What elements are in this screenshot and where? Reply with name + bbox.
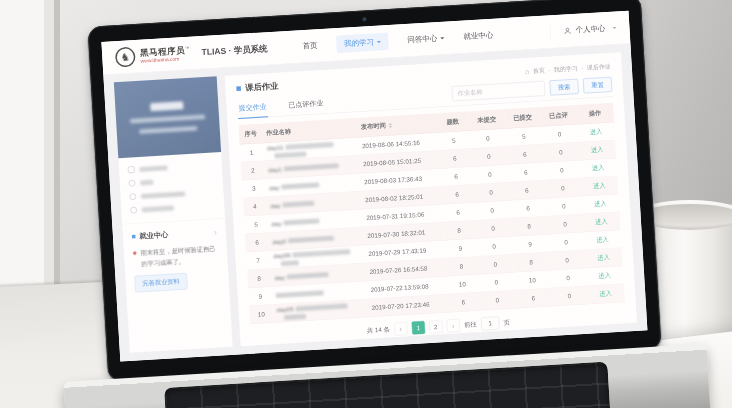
tab-已点评作业[interactable]: 已点评作业 xyxy=(287,93,325,116)
cell-action: 进入 xyxy=(580,176,618,196)
cell-not-submitted: 0 xyxy=(474,200,511,220)
cell-index: 1 xyxy=(240,143,264,162)
column-label: 未提交 xyxy=(477,116,496,124)
brand-block: 黑马程序员™ www.itheima.com xyxy=(140,45,190,63)
name-prefix: day xyxy=(274,273,284,281)
profile-name-blurred xyxy=(150,101,183,111)
photo-scene: ♞ 黑马程序员™ www.itheima.com TLIAS · 学员系统 首页… xyxy=(0,0,732,408)
cell-not-submitted: 0 xyxy=(471,164,508,184)
cell-reviewed: 0 xyxy=(541,124,578,144)
nav-item-首页[interactable]: 首页 xyxy=(302,41,318,51)
search-button[interactable]: 搜索 xyxy=(549,79,578,96)
column-header-7: 已点评 xyxy=(540,105,577,126)
nav-item-我的学习[interactable]: 我的学习 xyxy=(336,33,389,54)
cell-question-count: 6 xyxy=(442,202,475,222)
cell-question-count: 6 xyxy=(438,149,471,169)
user-menu[interactable]: 个人中心 xyxy=(550,21,617,39)
goto-page-input[interactable] xyxy=(481,316,500,330)
cell-submitted: 5 xyxy=(505,126,542,146)
column-label: 发布时间 xyxy=(361,122,386,130)
school-icon xyxy=(128,166,135,173)
table-body: 1day112019-08-06 14:55:165050进入2day12019… xyxy=(240,122,625,324)
web-app: ♞ 黑马程序员™ www.itheima.com TLIAS · 学员系统 首页… xyxy=(101,11,647,362)
page-button-1[interactable]: 1 xyxy=(411,321,425,335)
nav-item-问答中心[interactable]: 问答中心 xyxy=(407,33,444,45)
cell-action: 进入 xyxy=(578,140,616,160)
cell-reviewed: 0 xyxy=(543,160,580,180)
cell-index: 3 xyxy=(242,179,266,198)
reset-button[interactable]: 重置 xyxy=(583,77,612,94)
cell-index: 4 xyxy=(243,197,267,216)
breadcrumb-item[interactable]: 我的学习 xyxy=(554,64,578,74)
enter-link[interactable]: 进入 xyxy=(597,254,610,262)
column-header-8: 操作 xyxy=(576,103,614,124)
cell-action: 进入 xyxy=(579,158,617,178)
cell-submitted: 6 xyxy=(508,180,545,200)
blurred-text xyxy=(287,272,329,279)
enter-link[interactable]: 进入 xyxy=(593,182,606,190)
employment-header[interactable]: 就业中心 › xyxy=(132,227,217,242)
nav-item-label: 问答中心 xyxy=(407,34,438,45)
sort-desc-icon xyxy=(388,126,392,130)
cell-submitted: 8 xyxy=(511,216,548,236)
enter-link[interactable]: 进入 xyxy=(596,236,609,244)
cell-not-submitted: 0 xyxy=(477,254,514,274)
user-menu-label: 个人中心 xyxy=(575,24,606,35)
next-page-button[interactable]: › xyxy=(446,319,460,333)
cell-index: 7 xyxy=(246,251,270,270)
cell-action: 进入 xyxy=(587,284,625,304)
content-area: 就业中心 › 期末将至，是时候验证自己的学习成果了。 完善就业资料 xyxy=(103,44,647,362)
cell-reviewed: 0 xyxy=(547,214,584,234)
enter-link[interactable]: 进入 xyxy=(599,290,612,298)
column-label: 操作 xyxy=(589,109,602,117)
breadcrumb-item[interactable]: 课后作业 xyxy=(587,62,611,72)
employment-section: 就业中心 › 期末将至，是时候验证自己的学习成果了。 完善就业资料 xyxy=(122,218,229,301)
enter-link[interactable]: 进入 xyxy=(591,146,604,154)
cell-submitted: 10 xyxy=(514,270,551,290)
sort-icon[interactable] xyxy=(388,121,393,130)
sort-asc-icon xyxy=(388,121,392,125)
blurred-text xyxy=(140,179,153,185)
enter-link[interactable]: 进入 xyxy=(590,128,603,136)
page-unit: 页 xyxy=(503,318,510,327)
cell-action: 进入 xyxy=(577,122,615,142)
blurred-text xyxy=(292,249,350,257)
enter-link[interactable]: 进入 xyxy=(594,200,607,208)
tab-提交作业[interactable]: 提交作业 xyxy=(237,96,268,118)
blurred-text xyxy=(142,205,174,212)
blurred-text xyxy=(284,163,339,171)
cell-reviewed: 0 xyxy=(551,286,588,306)
cell-reviewed: 0 xyxy=(548,232,585,252)
complete-profile-button[interactable]: 完善就业资料 xyxy=(134,273,187,293)
cell-submitted: 6 xyxy=(510,198,547,218)
enter-link[interactable]: 进入 xyxy=(592,164,605,172)
cell-question-count: 10 xyxy=(446,274,479,294)
nav-item-就业中心[interactable]: 就业中心 xyxy=(463,30,494,41)
enter-link[interactable]: 进入 xyxy=(598,272,611,280)
cell-action: 进入 xyxy=(584,230,622,250)
column-label: 序号 xyxy=(244,130,257,138)
blurred-text xyxy=(276,290,324,298)
breadcrumb-item[interactable]: 首页 xyxy=(533,66,545,75)
red-dot-icon xyxy=(133,251,137,255)
column-label: 题数 xyxy=(446,118,459,126)
sidebar: 就业中心 › 期末将至，是时候验证自己的学习成果了。 完善就业资料 xyxy=(114,76,233,353)
cell-reviewed: 0 xyxy=(542,142,579,162)
prev-page-button[interactable]: ‹ xyxy=(394,322,408,336)
cell-index: 6 xyxy=(245,233,269,252)
page-button-2[interactable]: 2 xyxy=(429,320,443,334)
mug-inner xyxy=(641,204,732,226)
notice-text: 期末将至，是时候验证自己的学习成果了。 xyxy=(140,243,219,268)
cell-question-count: 6 xyxy=(439,167,472,187)
profile-info-row xyxy=(128,162,213,174)
name-prefix: day08 xyxy=(273,251,290,259)
person-icon xyxy=(129,193,136,200)
column-label: 已点评 xyxy=(549,111,568,119)
title-marker xyxy=(236,86,241,91)
assignment-name: day xyxy=(271,215,358,227)
assignments-table: 序号作业名称发布时间题数未提交已提交已点评操作 1day112019-08-06… xyxy=(239,103,625,324)
cell-submitted: 9 xyxy=(512,234,549,254)
search-input[interactable] xyxy=(452,81,546,101)
enter-link[interactable]: 进入 xyxy=(595,218,608,226)
blurred-text xyxy=(283,218,319,225)
